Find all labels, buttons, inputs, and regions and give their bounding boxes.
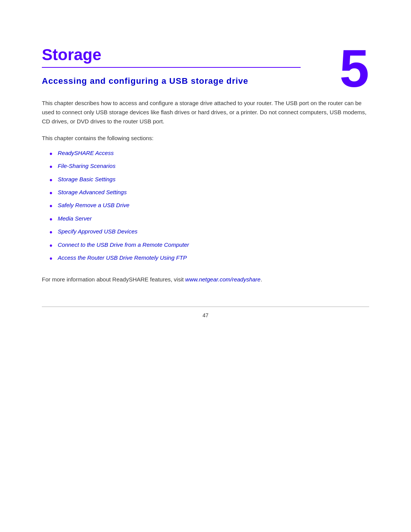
list-item: • Media Server: [49, 214, 369, 224]
bullet-list: • ReadySHARE Access • File-Sharing Scena…: [49, 149, 369, 264]
footer-paragraph: For more information about ReadySHARE fe…: [42, 275, 369, 284]
page-container: 5 Storage Accessing and configuring a US…: [0, 0, 411, 532]
safely-remove-usb-link[interactable]: Safely Remove a USB Drive: [58, 201, 129, 210]
bullet-dot: •: [49, 254, 53, 264]
bullet-dot: •: [49, 241, 53, 251]
bullet-dot: •: [49, 149, 53, 159]
list-item: • File-Sharing Scenarios: [49, 162, 369, 172]
list-item: • Storage Advanced Settings: [49, 188, 369, 198]
chapter-title: Storage: [42, 46, 369, 64]
bullet-dot: •: [49, 188, 53, 198]
footer-text-before: For more information about ReadySHARE fe…: [42, 276, 185, 283]
bullet-dot: •: [49, 162, 53, 172]
bullet-dot: •: [49, 227, 53, 237]
bullet-dot: •: [49, 201, 53, 211]
page-number: 47: [202, 312, 209, 318]
bullet-dot: •: [49, 175, 53, 185]
file-sharing-link[interactable]: File-Sharing Scenarios: [58, 162, 116, 171]
list-item: • ReadySHARE Access: [49, 149, 369, 159]
access-router-usb-ftp-link[interactable]: Access the Router USB Drive Remotely Usi…: [58, 254, 187, 262]
list-item: • Storage Basic Settings: [49, 175, 369, 185]
readyshare-access-link[interactable]: ReadySHARE Access: [58, 149, 114, 158]
list-item: • Specify Approved USB Devices: [49, 227, 369, 237]
list-item: • Connect to the USB Drive from a Remote…: [49, 241, 369, 251]
bullet-dot: •: [49, 214, 53, 224]
page-bottom-divider: [42, 307, 369, 307]
intro-paragraph: This chapter describes how to access and…: [42, 99, 369, 126]
title-divider: [42, 67, 301, 68]
specify-approved-usb-link[interactable]: Specify Approved USB Devices: [58, 227, 138, 236]
storage-basic-settings-link[interactable]: Storage Basic Settings: [58, 175, 116, 184]
toc-intro: This chapter contains the following sect…: [42, 134, 369, 143]
connect-usb-remote-link[interactable]: Connect to the USB Drive from a Remote C…: [58, 241, 189, 249]
netgear-readyshare-link[interactable]: www.netgear.com/readyshare: [185, 276, 261, 283]
footer-text-after: .: [261, 276, 262, 283]
list-item: • Access the Router USB Drive Remotely U…: [49, 254, 369, 264]
list-item: • Safely Remove a USB Drive: [49, 201, 369, 211]
storage-advanced-settings-link[interactable]: Storage Advanced Settings: [58, 188, 127, 197]
media-server-link[interactable]: Media Server: [58, 214, 92, 223]
chapter-number: 5: [339, 42, 369, 95]
section-title: Accessing and configuring a USB storage …: [42, 75, 270, 87]
content-area: 5 Storage Accessing and configuring a US…: [0, 0, 411, 330]
